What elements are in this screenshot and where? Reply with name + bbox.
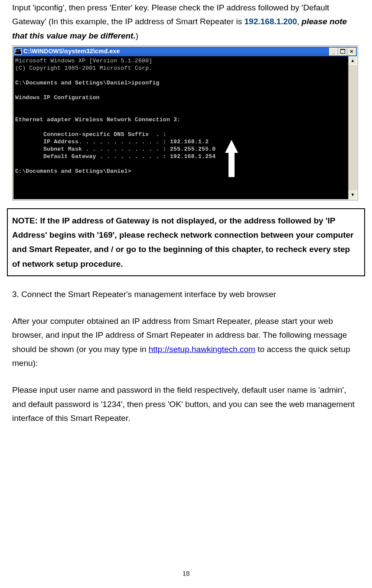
cmd-scrollbar[interactable]: ▲ ▼ bbox=[348, 56, 357, 199]
cmd-window-buttons: _ × bbox=[329, 48, 356, 55]
scroll-track[interactable] bbox=[349, 65, 357, 191]
setup-link[interactable]: http://setup.hawkingtech.com bbox=[149, 345, 255, 354]
scroll-down-icon[interactable]: ▼ bbox=[349, 191, 357, 199]
cmd-title-text: C:\WINDOWS\system32\cmd.exe bbox=[23, 46, 329, 57]
cmd-window: C:\ C:\WINDOWS\system32\cmd.exe _ × Micr… bbox=[12, 45, 358, 200]
page-number: 18 bbox=[0, 568, 372, 580]
cmd-output: Microsoft Windows XP [Version 5.1.2600] … bbox=[13, 56, 348, 199]
cmd-icon: C:\ bbox=[15, 48, 22, 55]
maximize-button[interactable] bbox=[338, 48, 347, 55]
scroll-up-icon[interactable]: ▲ bbox=[349, 56, 357, 65]
step3-paragraph-1: After your computer obtained an IP addre… bbox=[12, 314, 360, 370]
arrow-up-icon bbox=[225, 140, 238, 178]
cmd-titlebar: C:\ C:\WINDOWS\system32\cmd.exe _ × bbox=[13, 47, 357, 56]
intro-sep: , bbox=[297, 17, 302, 26]
intro-paragraph: Input 'ipconfig', then press 'Enter' key… bbox=[12, 1, 360, 43]
step3-heading: 3. Connect the Smart Repeater's manageme… bbox=[12, 288, 360, 301]
note-box: NOTE: If the IP address of Gateway is no… bbox=[7, 208, 365, 276]
step3-paragraph-2: Please input user name and password in t… bbox=[12, 383, 360, 425]
intro-close: ) bbox=[136, 31, 138, 40]
minimize-button[interactable]: _ bbox=[329, 48, 338, 55]
close-button[interactable]: × bbox=[347, 48, 356, 55]
ip-example: 192.168.1.200 bbox=[245, 17, 297, 26]
note-text: NOTE: If the IP address of Gateway is no… bbox=[12, 216, 354, 268]
